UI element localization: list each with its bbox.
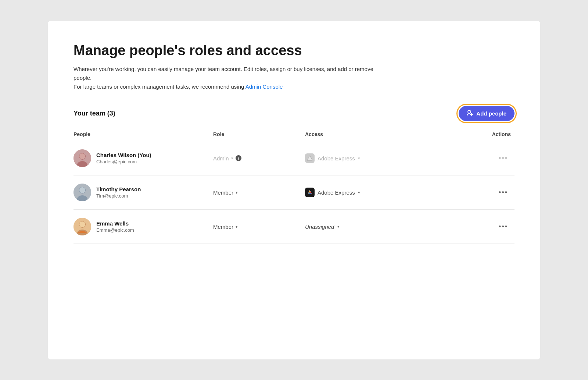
avatar-charles <box>74 149 91 167</box>
col-header-access: Access <box>305 131 423 137</box>
info-icon[interactable]: i <box>236 155 241 161</box>
person-name-timothy: Timothy Pearson <box>96 186 141 192</box>
chevron-down-icon: ▾ <box>358 190 360 195</box>
more-actions-button-charles: ••• <box>496 153 511 164</box>
person-email-emma: Emma@epic.com <box>96 227 134 233</box>
chevron-down-icon: ▾ <box>337 224 339 229</box>
avatar-emma <box>74 218 91 235</box>
access-label-timothy: Adobe Express <box>318 189 355 196</box>
page-title: Manage people's roles and access <box>74 43 514 58</box>
description-text-2: For large teams or complex management ta… <box>74 84 245 90</box>
main-container: Manage people's roles and access Whereve… <box>48 21 540 359</box>
person-email-charles: Charles@epic.com <box>96 159 151 164</box>
person-cell-emma: Emma Wells Emma@epic.com <box>74 218 213 235</box>
person-info-emma: Emma Wells Emma@epic.com <box>96 220 134 233</box>
avatar-timothy <box>74 184 91 201</box>
role-label-emma: Member <box>213 224 233 230</box>
more-actions-button-timothy[interactable]: ••• <box>496 187 511 198</box>
access-label-charles: Adobe Express <box>318 155 355 161</box>
person-cell-timothy: Timothy Pearson Tim@epic.com <box>74 184 213 201</box>
person-email-timothy: Tim@epic.com <box>96 193 141 199</box>
svg-point-12 <box>79 187 85 193</box>
adobe-express-icon-disabled <box>305 153 315 163</box>
add-people-icon <box>467 110 473 117</box>
chevron-down-icon: ▾ <box>358 156 360 161</box>
role-cell-charles: Admin ▾ i <box>213 155 305 161</box>
access-cell-charles: Adobe Express ▾ <box>305 153 423 163</box>
chevron-down-icon: ▾ <box>231 156 233 161</box>
person-name-emma: Emma Wells <box>96 220 134 227</box>
access-label-emma: Unassigned <box>305 224 334 230</box>
role-label-timothy: Member <box>213 189 233 196</box>
person-cell-charles: Charles Wilson (You) Charles@epic.com <box>74 149 213 167</box>
page-description: Wherever you're working, you can easily … <box>74 65 375 91</box>
table-header-row: People Role Access Actions <box>74 131 514 141</box>
svg-point-0 <box>468 110 471 113</box>
table-row: Charles Wilson (You) Charles@epic.com Ad… <box>74 141 514 175</box>
col-header-people: People <box>74 131 213 137</box>
table-row: Emma Wells Emma@epic.com Member ▾ Unassi… <box>74 210 514 244</box>
actions-cell-emma: ••• <box>423 221 514 232</box>
svg-marker-7 <box>307 156 312 160</box>
person-info-charles: Charles Wilson (You) Charles@epic.com <box>96 152 151 164</box>
role-cell-timothy[interactable]: Member ▾ <box>213 189 305 196</box>
svg-point-6 <box>79 153 85 159</box>
add-people-label: Add people <box>476 110 506 117</box>
access-cell-emma[interactable]: Unassigned ▾ <box>305 224 423 230</box>
role-cell-emma[interactable]: Member ▾ <box>213 224 305 230</box>
col-header-role: Role <box>213 131 305 137</box>
description-text-1: Wherever you're working, you can easily … <box>74 66 373 81</box>
svg-point-20 <box>79 221 85 227</box>
admin-console-link[interactable]: Admin Console <box>245 84 283 90</box>
chevron-down-icon: ▾ <box>236 190 238 195</box>
person-name-charles: Charles Wilson (You) <box>96 152 151 158</box>
team-section-title: Your team (3) <box>74 110 115 117</box>
chevron-down-icon: ▾ <box>236 224 238 229</box>
actions-cell-timothy: ••• <box>423 187 514 198</box>
actions-cell-charles: ••• <box>423 153 514 164</box>
col-header-actions: Actions <box>423 131 514 137</box>
table-row: Timothy Pearson Tim@epic.com Member ▾ <box>74 175 514 210</box>
team-header: Your team (3) Add people <box>74 106 514 121</box>
more-actions-button-emma[interactable]: ••• <box>496 221 511 232</box>
add-people-button[interactable]: Add people <box>459 106 514 121</box>
role-label-charles: Admin <box>213 155 229 161</box>
access-cell-timothy[interactable]: Adobe Express ▾ <box>305 188 423 197</box>
person-info-timothy: Timothy Pearson Tim@epic.com <box>96 186 141 199</box>
adobe-express-icon <box>305 188 315 197</box>
